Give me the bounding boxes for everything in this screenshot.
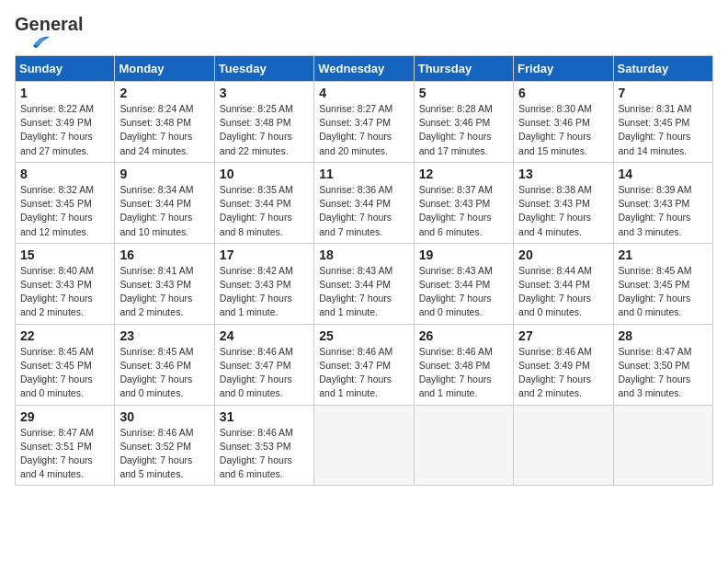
day-info: Sunrise: 8:30 AMSunset: 3:46 PMDaylight:… [518,102,608,158]
day-info: Sunrise: 8:46 AMSunset: 3:47 PMDaylight:… [220,345,309,401]
calendar-week-row: 15Sunrise: 8:40 AMSunset: 3:43 PMDayligh… [16,243,713,324]
calendar-cell: 30Sunrise: 8:46 AMSunset: 3:52 PMDayligh… [115,405,214,486]
calendar-cell: 20Sunrise: 8:44 AMSunset: 3:44 PMDayligh… [514,243,613,324]
day-info: Sunrise: 8:47 AMSunset: 3:51 PMDaylight:… [20,426,109,482]
day-number: 31 [220,409,309,424]
day-number: 19 [419,247,508,262]
day-info: Sunrise: 8:39 AMSunset: 3:43 PMDaylight:… [619,183,708,239]
day-info: Sunrise: 8:45 AMSunset: 3:46 PMDaylight:… [119,345,209,401]
day-number: 18 [319,247,408,262]
day-info: Sunrise: 8:32 AMSunset: 3:45 PMDaylight:… [20,183,109,239]
day-info: Sunrise: 8:41 AMSunset: 3:43 PMDaylight:… [119,264,209,320]
day-info: Sunrise: 8:22 AMSunset: 3:49 PMDaylight:… [20,102,109,158]
calendar-cell: 3Sunrise: 8:25 AMSunset: 3:48 PMDaylight… [214,82,313,163]
day-number: 12 [419,167,508,181]
calendar-cell: 1Sunrise: 8:22 AMSunset: 3:49 PMDaylight… [16,82,115,163]
calendar-week-row: 29Sunrise: 8:47 AMSunset: 3:51 PMDayligh… [16,405,713,486]
day-info: Sunrise: 8:38 AMSunset: 3:43 PMDaylight:… [518,183,608,239]
calendar-header-tuesday: Tuesday [214,56,313,82]
day-number: 2 [119,86,209,100]
calendar-header-row: SundayMondayTuesdayWednesdayThursdayFrid… [16,56,713,82]
day-number: 20 [518,247,608,262]
calendar-cell: 19Sunrise: 8:43 AMSunset: 3:44 PMDayligh… [414,243,513,324]
day-number: 1 [20,86,109,100]
day-number: 26 [419,328,508,343]
day-info: Sunrise: 8:31 AMSunset: 3:45 PMDaylight:… [619,102,708,158]
day-info: Sunrise: 8:35 AMSunset: 3:44 PMDaylight:… [220,183,309,239]
day-number: 3 [220,86,309,100]
calendar-cell: 10Sunrise: 8:35 AMSunset: 3:44 PMDayligh… [214,162,313,243]
calendar-cell: 26Sunrise: 8:46 AMSunset: 3:48 PMDayligh… [414,324,513,405]
calendar-cell: 9Sunrise: 8:34 AMSunset: 3:44 PMDaylight… [115,162,214,243]
calendar-cell: 17Sunrise: 8:42 AMSunset: 3:43 PMDayligh… [214,243,313,324]
calendar-cell: 14Sunrise: 8:39 AMSunset: 3:43 PMDayligh… [613,162,712,243]
day-number: 23 [119,328,209,343]
day-info: Sunrise: 8:43 AMSunset: 3:44 PMDaylight:… [319,264,408,320]
calendar-cell: 28Sunrise: 8:47 AMSunset: 3:50 PMDayligh… [613,324,712,405]
calendar-cell: 4Sunrise: 8:27 AMSunset: 3:47 PMDaylight… [314,82,414,163]
day-info: Sunrise: 8:34 AMSunset: 3:44 PMDaylight:… [119,183,209,239]
day-number: 9 [119,167,209,181]
calendar-cell: 5Sunrise: 8:28 AMSunset: 3:46 PMDaylight… [414,82,513,163]
calendar-cell [613,405,712,486]
calendar-header-sunday: Sunday [16,56,115,82]
day-info: Sunrise: 8:43 AMSunset: 3:44 PMDaylight:… [419,264,508,320]
calendar-week-row: 22Sunrise: 8:45 AMSunset: 3:45 PMDayligh… [16,324,713,405]
calendar-cell: 27Sunrise: 8:46 AMSunset: 3:49 PMDayligh… [514,324,613,405]
day-info: Sunrise: 8:40 AMSunset: 3:43 PMDaylight:… [20,264,109,320]
day-number: 27 [518,328,608,343]
day-info: Sunrise: 8:24 AMSunset: 3:48 PMDaylight:… [119,102,209,158]
logo-bird-icon [15,33,50,50]
calendar-cell: 6Sunrise: 8:30 AMSunset: 3:46 PMDaylight… [514,82,613,163]
day-info: Sunrise: 8:47 AMSunset: 3:50 PMDaylight:… [619,345,708,401]
calendar-week-row: 1Sunrise: 8:22 AMSunset: 3:49 PMDaylight… [16,82,713,163]
calendar-body: 1Sunrise: 8:22 AMSunset: 3:49 PMDaylight… [16,82,713,486]
day-number: 16 [119,247,209,262]
calendar-cell: 23Sunrise: 8:45 AMSunset: 3:46 PMDayligh… [115,324,214,405]
calendar-cell: 16Sunrise: 8:41 AMSunset: 3:43 PMDayligh… [115,243,214,324]
calendar-header-monday: Monday [115,56,214,82]
page-header: General [15,15,713,48]
day-number: 10 [220,167,309,181]
day-number: 22 [20,328,109,343]
day-info: Sunrise: 8:36 AMSunset: 3:44 PMDaylight:… [319,183,408,239]
day-info: Sunrise: 8:45 AMSunset: 3:45 PMDaylight:… [619,264,708,320]
calendar-cell: 22Sunrise: 8:45 AMSunset: 3:45 PMDayligh… [16,324,115,405]
calendar-cell: 11Sunrise: 8:36 AMSunset: 3:44 PMDayligh… [314,162,414,243]
day-number: 6 [518,86,608,100]
calendar-cell: 13Sunrise: 8:38 AMSunset: 3:43 PMDayligh… [514,162,613,243]
calendar-header-saturday: Saturday [613,56,712,82]
day-info: Sunrise: 8:46 AMSunset: 3:48 PMDaylight:… [419,345,508,401]
day-number: 30 [119,409,209,424]
day-info: Sunrise: 8:28 AMSunset: 3:46 PMDaylight:… [419,102,508,158]
calendar-cell: 7Sunrise: 8:31 AMSunset: 3:45 PMDaylight… [613,82,712,163]
calendar-cell [514,405,613,486]
day-info: Sunrise: 8:37 AMSunset: 3:43 PMDaylight:… [419,183,508,239]
day-info: Sunrise: 8:42 AMSunset: 3:43 PMDaylight:… [220,264,309,320]
day-number: 13 [518,167,608,181]
calendar-cell: 29Sunrise: 8:47 AMSunset: 3:51 PMDayligh… [16,405,115,486]
day-number: 17 [220,247,309,262]
day-info: Sunrise: 8:25 AMSunset: 3:48 PMDaylight:… [220,102,309,158]
day-number: 11 [319,167,408,181]
calendar-cell: 8Sunrise: 8:32 AMSunset: 3:45 PMDaylight… [16,162,115,243]
calendar-header-thursday: Thursday [414,56,513,82]
day-number: 24 [220,328,309,343]
day-info: Sunrise: 8:27 AMSunset: 3:47 PMDaylight:… [319,102,408,158]
calendar-cell: 25Sunrise: 8:46 AMSunset: 3:47 PMDayligh… [314,324,414,405]
calendar-cell: 18Sunrise: 8:43 AMSunset: 3:44 PMDayligh… [314,243,414,324]
day-info: Sunrise: 8:46 AMSunset: 3:52 PMDaylight:… [119,426,209,482]
calendar-header-friday: Friday [514,56,613,82]
calendar-cell: 24Sunrise: 8:46 AMSunset: 3:47 PMDayligh… [214,324,313,405]
day-info: Sunrise: 8:46 AMSunset: 3:53 PMDaylight:… [220,426,309,482]
calendar-cell: 15Sunrise: 8:40 AMSunset: 3:43 PMDayligh… [16,243,115,324]
day-number: 28 [619,328,708,343]
day-number: 8 [20,167,109,181]
day-number: 7 [619,86,708,100]
day-number: 29 [20,409,109,424]
day-number: 4 [319,86,408,100]
calendar-week-row: 8Sunrise: 8:32 AMSunset: 3:45 PMDaylight… [16,162,713,243]
day-info: Sunrise: 8:46 AMSunset: 3:47 PMDaylight:… [319,345,408,401]
logo: General [15,15,53,48]
day-number: 25 [319,328,408,343]
